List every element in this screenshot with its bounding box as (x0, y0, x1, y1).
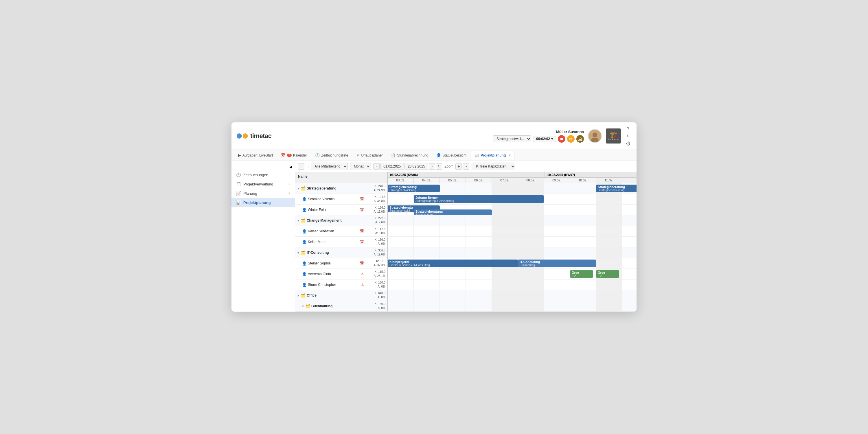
calendar-icon-1[interactable]: 📅 (360, 197, 364, 201)
tab-projektplanung[interactable]: 📊 Projektplanung ✕ (471, 151, 515, 159)
svg-point-2 (591, 138, 599, 143)
tab-livestart[interactable]: ▶ Aufgaben: LiveStart (235, 151, 277, 159)
gantt-left-cell-9: 👤 Sturm Christopher ⚠ K: 160.0 A: 0% (295, 279, 388, 290)
row-name-2: Winter Felix (308, 208, 359, 212)
group-icon-6: 🗂️ (301, 251, 306, 255)
bar-gree-2[interactable]: Gree It-A (596, 270, 619, 278)
refresh-icon[interactable]: ↻ (625, 133, 631, 139)
row-name-7: Steiner Sophie (308, 261, 359, 265)
tab-statusuebersicht[interactable]: 👤 Statusübersicht (433, 151, 470, 159)
sidebar-item-projektplanung[interactable]: 📊 Projektplanung (231, 198, 295, 207)
zoom-plus-button[interactable]: + (456, 163, 462, 169)
bar-strategieberatung-felix[interactable]: Strategieberatung Strategieentwicklung (388, 185, 440, 192)
planung-icon: 📈 (236, 191, 241, 195)
bar-johann-berger[interactable]: Johann Berger Auftragsklärung & Zielsetz… (414, 195, 544, 203)
expand-icon-6[interactable]: ▼ (297, 251, 300, 254)
row-name-3: Change Management (307, 218, 364, 222)
help-icon[interactable]: ? (625, 125, 631, 132)
employee-filter[interactable]: Alle Mitarbeitend (311, 163, 348, 170)
person-icon-5: 👤 (302, 240, 307, 244)
tab-livestart-icon: ▶ (238, 153, 241, 157)
bar-kleinprojekte[interactable]: Kleinprojekte Fiedler & Söhne - IT-Consu… (388, 259, 518, 267)
header-right: Müller Susanna Strategieentwicl... 00:02… (493, 125, 631, 147)
top-icon-row-2: ↻ (625, 133, 631, 139)
logo-dots (237, 133, 248, 138)
company-badge[interactable]: 🏗️ Ihr Firma (606, 128, 621, 144)
expand-icon-0[interactable]: ▼ (297, 187, 300, 190)
warning-icon-9[interactable]: ⚠ (361, 283, 364, 287)
row-name-6: IT-Consulting (307, 251, 364, 255)
tab-projektplanung-icon: 📊 (474, 153, 479, 157)
user-name: Müller Susanna (556, 130, 584, 134)
bar-it-consulting[interactable]: IT-Consulting Evaluierung (518, 259, 596, 267)
capacity-select[interactable]: K: freie Kapazitäten, (472, 163, 515, 170)
zeitbuchungen-icon: 🕐 (236, 173, 241, 177)
row-capacity-8: K: 115.0 A: 28.1% (365, 270, 385, 278)
table-row: 👤 Keiler Marie 📅 K: 160.0 A: 0% (295, 237, 637, 247)
date-nav-refresh[interactable]: ↻ (436, 163, 442, 169)
date-nav-next[interactable]: › (429, 163, 435, 169)
avatar[interactable] (588, 129, 602, 143)
tab-projektplanung-close[interactable]: ✕ (508, 154, 511, 157)
gantt-right-row-5 (388, 237, 637, 247)
bar-title: Strategieberatung (390, 185, 438, 189)
nav-back-button[interactable]: ‹ (298, 163, 304, 169)
timer-edit-button[interactable]: ✏ (567, 135, 575, 143)
table-row: 👤 Schmied Valentin 📅 K: 104.3 A: 34.8% (295, 194, 637, 205)
tab-zeitbuchungsliste[interactable]: 🕐 Zeitbuchungsliste (311, 151, 352, 159)
row-capacity-7: K: 81.3 A: 32.3% (365, 259, 385, 267)
tab-urlaubsplaner[interactable]: ☀ Urlaubsplaner (352, 151, 386, 159)
company-icon: 🏗️ (610, 131, 617, 138)
timer-task-select[interactable]: Strategieentwicl... (493, 135, 531, 142)
company-label: Ihr Firma (608, 138, 619, 141)
tab-kalender[interactable]: 📅 3 Kalender (277, 151, 311, 159)
tab-zeitbuchungsliste-icon: 🕐 (315, 153, 320, 157)
gantt-header: Name 03.02.2025 (KW06) 10.02.2025 (KW07)… (295, 172, 637, 183)
timer-stop-button[interactable]: ⏹ (558, 135, 565, 143)
expand-icon-10[interactable]: ▼ (297, 294, 300, 297)
row-capacity-2: K: 136.0 A: 15.0% (365, 206, 385, 214)
expand-icon-11[interactable]: ▼ (302, 305, 304, 308)
tab-stundenabrechnung[interactable]: 📋 Stundenabrechnung (387, 151, 432, 159)
logo-area: timetac (237, 132, 272, 140)
gantt-left-cell-5: 👤 Keiler Marie 📅 K: 160.0 A: 0% (295, 237, 388, 247)
row-name-4: Kaiser Sebastian (308, 229, 359, 233)
gantt-right-row-6 (388, 247, 637, 258)
top-icon-row-3: ⏻ (625, 140, 631, 147)
calendar-icon-4[interactable]: 📅 (360, 229, 364, 233)
gantt-left-cell-3: ▼ 🗂️ Change Management K: 272.8 A: 2.6% (295, 215, 388, 226)
gantt-right-row-0: Strategieberatung Strategieentwicklung S… (388, 183, 637, 193)
sidebar: ◀ 🕐 Zeitbuchungen ? 📋 Projektverwaltung … (231, 161, 295, 312)
person-icon-8: 👤 (302, 272, 307, 276)
calendar-icon-2[interactable]: 📅 (360, 208, 364, 212)
bar-gree-1[interactable]: Gree It-A (570, 270, 593, 278)
day-4: 07.02. (492, 178, 518, 183)
view-mode[interactable]: Monat (350, 163, 371, 170)
sidebar-item-planung[interactable]: 📈 Planung ? (231, 189, 295, 198)
power-icon[interactable]: ⏻ (625, 140, 631, 147)
calendar-icon-5[interactable]: 📅 (360, 240, 364, 244)
sidebar-collapse[interactable]: ◀ (231, 164, 295, 170)
bar-strategieberatung-w2[interactable]: Strategieberatung Strategieentwicklung (596, 185, 637, 192)
sidebar-item-zeitbuchungen[interactable]: 🕐 Zeitbuchungen ? (231, 170, 295, 179)
week-1-label: 03.02.2025 (KW06) (388, 172, 545, 177)
gantt-header-name: Name (295, 172, 388, 183)
gantt-right-row-11 (388, 301, 637, 311)
date-nav-prev[interactable]: ‹ (373, 163, 380, 169)
top-header: timetac Müller Susanna Strategieentwicl.… (231, 122, 637, 150)
day-6: 09.02. (544, 178, 570, 183)
calendar-icon-7[interactable]: 📅 (360, 261, 364, 265)
week-row: 03.02.2025 (KW06) 10.02.2025 (KW07) (388, 172, 637, 178)
zoom-minus-button[interactable]: - (463, 163, 469, 169)
gantt-table-wrapper: Name 03.02.2025 (KW06) 10.02.2025 (KW07)… (295, 172, 637, 312)
expand-icon-3[interactable]: ▼ (297, 219, 300, 222)
projektverwaltung-icon: 📋 (236, 182, 241, 186)
row-name-8: Aceremo Ginto (308, 272, 360, 276)
date-nav: ‹ 01.02.2025 28.02.2025 › ↻ (373, 163, 442, 170)
sidebar-item-projektverwaltung[interactable]: 📋 Projektverwaltung ? (231, 179, 295, 189)
warning-icon-8[interactable]: ⚠ (361, 272, 364, 276)
gantt-left-cell-7: 👤 Steiner Sophie 📅 K: 81.3 A: 32.3% (295, 258, 388, 269)
day-0: 03.02. (388, 178, 414, 183)
row-capacity-10: K: 640.0 A: 0% (365, 291, 385, 300)
timer-coffee-button[interactable]: ☕ (576, 135, 584, 143)
